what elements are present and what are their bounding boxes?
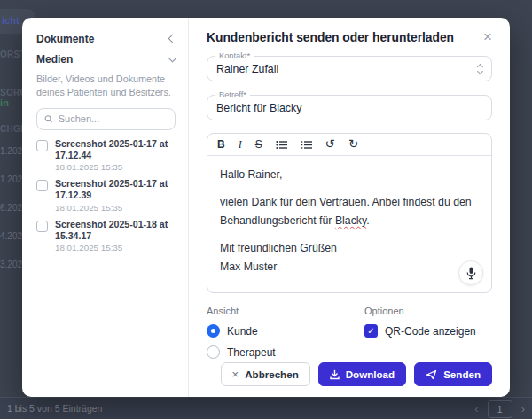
kontakt-value: Rainer Zufall [216, 63, 478, 75]
bullet-list-icon[interactable] [276, 140, 287, 150]
send-label: Senden [443, 369, 481, 380]
closing-line: Mit freundlichen Grüßen [220, 239, 479, 258]
entries-count: 1 bis 5 von 5 Einträgen [7, 403, 102, 414]
misspelled-word: Blacky [335, 214, 366, 227]
search-input[interactable] [59, 113, 168, 124]
redo-icon[interactable]: ↻ [348, 138, 358, 151]
checkbox-unchecked[interactable] [36, 180, 48, 191]
dokumente-label: Dokumente [36, 33, 94, 45]
screen: icht ORSTE SORG in CHGE 1.202 1.202 6.20… [0, 0, 532, 419]
list-item[interactable]: Screenshot 2025-01-17 at 17.12.39 18.01.… [36, 178, 176, 212]
message-editor: B I S [207, 133, 492, 293]
document-title: Screenshot 2025-01-17 at 17.12.39 [55, 178, 176, 201]
search-icon [44, 114, 53, 124]
radio-therapeut[interactable]: Therapeut [207, 345, 364, 359]
kontakt-label: Kontakt* [215, 51, 254, 60]
cancel-button[interactable]: × Abbrechen [221, 362, 310, 386]
microphone-icon [466, 267, 476, 280]
optionen-group: Optionen ✓ QR-Code anzeigen [364, 306, 476, 359]
prev-page-icon[interactable]: ‹ [474, 402, 478, 415]
ansicht-label: Ansicht [207, 306, 364, 316]
dictation-button[interactable] [458, 260, 483, 285]
page-number[interactable]: 1 [488, 400, 512, 418]
chevron-left-icon [168, 35, 177, 43]
send-report-dialog: Dokumente Medien Bilder, Videos und Doku… [22, 18, 510, 397]
editor-toolbar: B I S [207, 134, 491, 156]
sidebar-section-dokumente[interactable]: Dokumente [36, 30, 176, 47]
cancel-x-icon: × [232, 368, 239, 381]
close-icon[interactable]: × [483, 31, 492, 43]
greeting-line: Hallo Rainer, [220, 166, 479, 184]
download-button[interactable]: Download [318, 362, 406, 386]
kontakt-select[interactable]: Kontakt* Rainer Zufall [207, 56, 492, 81]
ordered-list-icon[interactable] [301, 140, 312, 150]
dialog-title: Kundenbericht senden oder herunterladen [207, 31, 454, 44]
background-date: 3.202 [0, 260, 22, 269]
radio-selected-icon[interactable] [207, 324, 220, 338]
select-stepper-icon[interactable] [478, 65, 482, 74]
send-button[interactable]: Senden [414, 362, 492, 386]
list-item[interactable]: Screenshot 2025-01-17 at 17.12.44 18.01.… [36, 138, 176, 172]
ansicht-group: Ansicht Kunde Therapeut [207, 306, 364, 359]
signature-line: Max Muster [220, 258, 479, 276]
document-date: 18.01.2025 15:35 [55, 162, 176, 172]
undo-icon[interactable]: ↺ [325, 138, 335, 151]
pagination: ‹ 1 › [474, 400, 525, 418]
background-date: 1.202 [0, 146, 22, 156]
checkbox-unchecked[interactable] [36, 221, 48, 232]
document-date: 18.01.2025 15:35 [55, 243, 176, 252]
background-tab-label: icht [2, 15, 20, 26]
optionen-label: Optionen [364, 306, 476, 316]
qr-code-label: QR-Code anzeigen [385, 325, 476, 338]
bold-icon[interactable]: B [217, 139, 225, 150]
betreff-field: Betreff* [207, 95, 492, 120]
chevron-down-icon [168, 53, 177, 62]
medien-label: Medien [36, 53, 73, 66]
next-page-icon[interactable]: › [521, 402, 525, 415]
checkbox-checked-icon[interactable]: ✓ [364, 324, 378, 338]
media-sidebar: Dokumente Medien Bilder, Videos und Doku… [22, 18, 189, 397]
download-label: Download [346, 369, 395, 380]
background-date: 6.202 [0, 203, 22, 213]
radio-kunde-label: Kunde [227, 325, 258, 338]
radio-unselected-icon[interactable] [207, 345, 220, 359]
qr-code-option[interactable]: ✓ QR-Code anzeigen [364, 324, 476, 338]
checkbox-unchecked[interactable] [36, 140, 48, 151]
document-title: Screenshot 2025-01-18 at 15.34.17 [55, 219, 176, 242]
cancel-label: Abbrechen [245, 369, 299, 380]
document-list: Screenshot 2025-01-17 at 17.12.44 18.01.… [36, 138, 176, 257]
document-date: 18.01.2025 15:35 [55, 203, 176, 213]
background-date: 4.202 [0, 231, 22, 241]
dialog-main: Kundenbericht senden oder herunterladen … [189, 18, 510, 397]
search-box [36, 108, 176, 130]
radio-kunde[interactable]: Kunde [207, 324, 364, 338]
sidebar-description: Bilder, Videos und Dokumente deines Pati… [36, 73, 176, 99]
document-title: Screenshot 2025-01-17 at 17.12.44 [55, 138, 176, 161]
table-footer: 1 bis 5 von 5 Einträgen ‹ 1 › [0, 397, 532, 419]
dialog-actions: × Abbrechen Download Senden [207, 362, 492, 386]
send-icon [426, 369, 437, 380]
betreff-label: Betreff* [215, 90, 250, 99]
list-item[interactable]: Screenshot 2025-01-18 at 15.34.17 18.01.… [36, 219, 176, 252]
background-text-green: in [0, 97, 9, 108]
body-paragraph: vielen Dank für dein Vertrauen. Anbei fi… [220, 193, 479, 230]
sidebar-section-medien[interactable]: Medien [36, 50, 176, 67]
message-body[interactable]: Hallo Rainer, vielen Dank für dein Vertr… [207, 156, 491, 286]
strikethrough-icon[interactable]: S [255, 139, 262, 150]
italic-icon[interactable]: I [239, 139, 242, 150]
background-date: 1.202 [0, 175, 22, 184]
betreff-input[interactable] [216, 102, 482, 114]
radio-therapeut-label: Therapeut [227, 346, 276, 359]
download-icon [330, 369, 340, 380]
